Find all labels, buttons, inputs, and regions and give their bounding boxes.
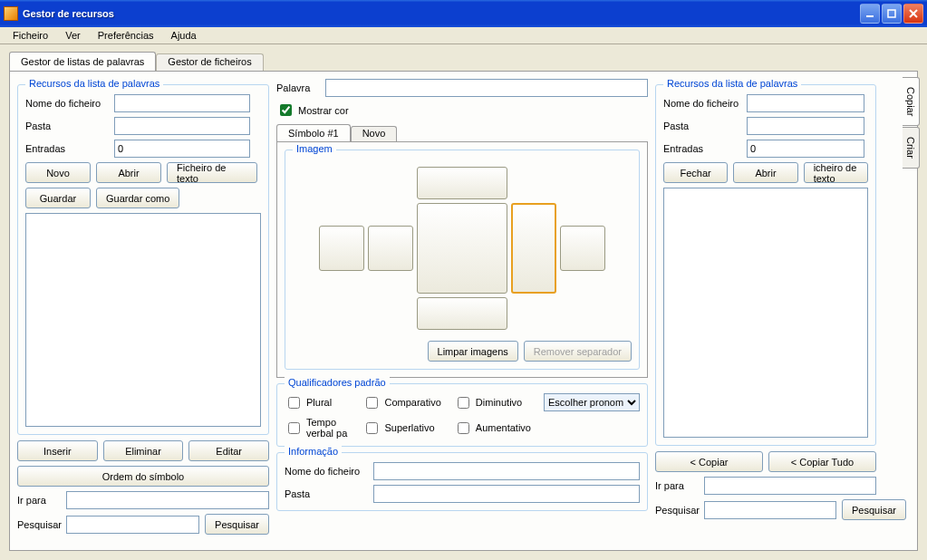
image-tile-l2[interactable]: [368, 226, 413, 271]
word-input[interactable]: [325, 79, 648, 97]
svg-rect-1: [888, 10, 895, 17]
tab-file-manager[interactable]: Gestor de ficheiros: [156, 53, 263, 71]
right-folder-label: Pasta: [663, 121, 741, 131]
superlative-checkbox[interactable]: Superlativo: [362, 420, 440, 437]
augmentative-checkbox[interactable]: Aumentativo: [454, 420, 531, 437]
textfile-button[interactable]: Ficheiro de texto: [167, 162, 257, 183]
right-search-input[interactable]: [704, 501, 836, 519]
right-goto-label: Ir para: [655, 480, 699, 491]
insert-button[interactable]: Inserir: [17, 440, 98, 461]
showcolor-check-input[interactable]: [280, 104, 292, 116]
left-goto-label: Ir para: [17, 495, 61, 506]
right-filename-label: Nome do ficheiro: [663, 98, 741, 109]
image-tile-l1[interactable]: [319, 226, 364, 271]
clear-images-button[interactable]: Limpar imagens: [428, 341, 518, 362]
left-group-legend: Recursos da lista de palavras: [25, 78, 163, 89]
qualifiers-legend: Qualificadores padrão: [285, 377, 390, 388]
left-folder-input[interactable]: [114, 117, 250, 135]
left-listbox[interactable]: [25, 213, 261, 427]
info-filename-input[interactable]: [373, 462, 640, 480]
image-group: Imagem Limpar imagens: [285, 150, 640, 370]
right-resources-group: Recursos da lista de palavras Nome do fi…: [655, 84, 876, 446]
info-legend: Informação: [285, 446, 342, 457]
sidetab-copy[interactable]: Copiar: [903, 77, 920, 126]
right-entries-input[interactable]: [747, 140, 864, 158]
svg-rect-0: [866, 15, 874, 17]
info-filename-label: Nome do ficheiro: [285, 466, 368, 477]
right-close-button[interactable]: Fechar: [663, 162, 728, 183]
menu-prefs[interactable]: Preferências: [91, 27, 161, 43]
left-folder-label: Pasta: [25, 121, 109, 131]
copy-button[interactable]: < Copiar: [655, 451, 763, 472]
edit-button[interactable]: Editar: [188, 440, 269, 461]
right-listbox[interactable]: [663, 188, 868, 438]
right-open-button[interactable]: Abrir: [733, 162, 797, 183]
save-button[interactable]: Guardar: [25, 188, 91, 208]
plural-checkbox[interactable]: Plural: [285, 394, 350, 411]
info-folder-input[interactable]: [373, 485, 640, 503]
info-folder-label: Pasta: [285, 488, 368, 499]
left-search-input[interactable]: [66, 516, 199, 534]
left-entries-input[interactable]: [114, 140, 250, 158]
menu-view[interactable]: Ver: [58, 27, 88, 43]
left-entries-label: Entradas: [25, 143, 109, 154]
left-resources-group: Recursos da lista de palavras Nome do fi…: [17, 84, 269, 435]
word-label: Palavra: [276, 82, 320, 93]
titlebar: Gestor de recursos: [0, 0, 927, 27]
right-textfile-button[interactable]: icheiro de texto: [804, 162, 868, 183]
saveas-button[interactable]: Guardar como: [96, 188, 179, 208]
image-mosaic: [293, 167, 632, 330]
right-group-legend: Recursos da lista de palavras: [663, 78, 801, 89]
window-title: Gestor de recursos: [23, 8, 860, 19]
tab-symbol-1[interactable]: Símbolo #1: [276, 124, 351, 141]
diminutive-checkbox[interactable]: Diminutivo: [454, 394, 531, 411]
copy-all-button[interactable]: < Copiar Tudo: [768, 451, 876, 472]
right-filename-input[interactable]: [747, 94, 864, 112]
delete-button[interactable]: Eliminar: [103, 440, 184, 461]
showcolor-label: Mostrar cor: [298, 105, 349, 116]
right-folder-input[interactable]: [747, 117, 864, 135]
qualifiers-group: Qualificadores padrão Plural Comparativo…: [276, 383, 648, 447]
sidetab-create[interactable]: Criar: [903, 127, 920, 169]
pasttense-checkbox[interactable]: Tempo verbal pa: [285, 417, 350, 439]
image-tile-r2[interactable]: [560, 226, 605, 271]
close-button[interactable]: [903, 4, 923, 24]
image-tile-r1-selected[interactable]: [511, 203, 556, 294]
menubar: Ficheiro Ver Preferências Ajuda: [0, 27, 927, 44]
menu-file[interactable]: Ficheiro: [5, 27, 55, 43]
left-filename-input[interactable]: [114, 94, 250, 112]
image-tile-top[interactable]: [417, 167, 507, 199]
left-goto-input[interactable]: [66, 491, 269, 509]
maximize-button[interactable]: [882, 4, 902, 24]
tab-wordlist-manager[interactable]: Gestor de listas de palavras: [9, 52, 156, 71]
tab-new[interactable]: Novo: [351, 126, 398, 141]
left-filename-label: Nome do ficheiro: [25, 98, 109, 109]
comparative-checkbox[interactable]: Comparativo: [362, 394, 440, 411]
right-entries-label: Entradas: [663, 143, 741, 154]
pronoun-select[interactable]: Escolher pronom: [544, 393, 640, 411]
left-search-label: Pesquisar: [17, 519, 61, 530]
right-goto-input[interactable]: [704, 477, 876, 495]
minimize-button[interactable]: [860, 4, 880, 24]
new-button[interactable]: Novo: [25, 162, 91, 183]
tab-panel: Recursos da lista de palavras Nome do fi…: [9, 71, 918, 551]
right-search-button[interactable]: Pesquisar: [842, 499, 906, 520]
image-tile-bottom[interactable]: [417, 297, 507, 330]
menu-help[interactable]: Ajuda: [164, 27, 204, 43]
left-search-button[interactable]: Pesquisar: [205, 514, 269, 535]
remove-separator-button[interactable]: Remover separador: [524, 341, 632, 362]
showcolor-checkbox[interactable]: Mostrar cor: [276, 101, 648, 119]
app-icon: [4, 6, 18, 21]
info-group: Informação Nome do ficheiro Pasta: [276, 452, 648, 511]
image-tile-center[interactable]: [417, 203, 507, 294]
symbol-order-button[interactable]: Ordem do símbolo: [17, 466, 269, 487]
image-group-legend: Imagem: [293, 143, 336, 154]
right-search-label: Pesquisar: [655, 505, 699, 516]
open-button[interactable]: Abrir: [96, 162, 161, 183]
symbol-panel: Imagem Limpar imagens: [276, 141, 648, 378]
